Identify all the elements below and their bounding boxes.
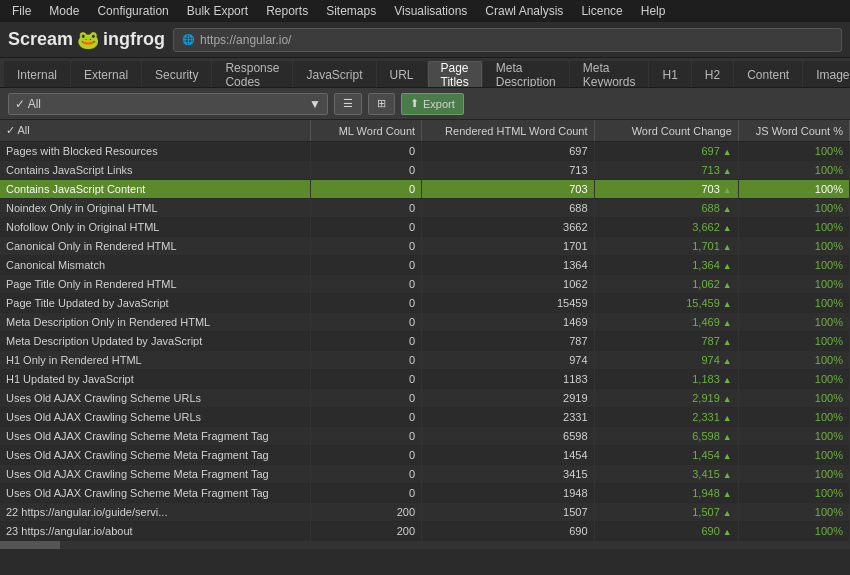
cell-change: 1,454 ▲ xyxy=(594,446,738,465)
col-header-change[interactable]: Word Count Change xyxy=(594,120,738,142)
table-row[interactable]: Meta Description Only in Rendered HTML 0… xyxy=(0,313,850,332)
cell-js: 100% xyxy=(738,313,849,332)
url-bar[interactable]: 🌐 https://angular.io/ xyxy=(173,28,842,52)
menu-file[interactable]: File xyxy=(4,2,39,20)
menu-mode[interactable]: Mode xyxy=(41,2,87,20)
table-row[interactable]: Uses Old AJAX Crawling Scheme URLs 0 291… xyxy=(0,389,850,408)
cell-ml: 0 xyxy=(311,180,422,199)
table-row[interactable]: 23 https://angular.io/about 200 690 690 … xyxy=(0,522,850,541)
table-row[interactable]: Uses Old AJAX Crawling Scheme Meta Fragm… xyxy=(0,465,850,484)
triangle-up-icon: ▲ xyxy=(723,432,732,442)
cell-ml: 0 xyxy=(311,465,422,484)
table-row[interactable]: Uses Old AJAX Crawling Scheme Meta Fragm… xyxy=(0,427,850,446)
cell-name: Canonical Only in Rendered HTML xyxy=(0,237,311,256)
table-row[interactable]: Uses Old AJAX Crawling Scheme Meta Fragm… xyxy=(0,446,850,465)
horizontal-scrollbar[interactable] xyxy=(0,541,850,549)
table-row[interactable]: Contains JavaScript Links 0 713 713 ▲ 10… xyxy=(0,161,850,180)
table-row[interactable]: Pages with Blocked Resources 0 697 697 ▲… xyxy=(0,142,850,161)
cell-name: Contains JavaScript Content xyxy=(0,180,311,199)
cell-rendered: 1454 xyxy=(422,446,594,465)
cell-change: 6,598 ▲ xyxy=(594,427,738,446)
tab-h2[interactable]: H2 xyxy=(692,61,733,87)
menu-visualisations[interactable]: Visualisations xyxy=(386,2,475,20)
cell-rendered: 688 xyxy=(422,199,594,218)
triangle-up-icon: ▲ xyxy=(723,413,732,423)
cell-name: Page Title Only in Rendered HTML xyxy=(0,275,311,294)
tab-security[interactable]: Security xyxy=(142,61,211,87)
table-row[interactable]: H1 Only in Rendered HTML 0 974 974 ▲ 100… xyxy=(0,351,850,370)
tab-page-titles[interactable]: Page Titles xyxy=(428,61,482,87)
data-table: ✓ All ML Word Count Rendered HTML Word C… xyxy=(0,120,850,541)
cell-change: 697 ▲ xyxy=(594,142,738,161)
menu-reports[interactable]: Reports xyxy=(258,2,316,20)
cell-ml: 0 xyxy=(311,256,422,275)
tab-meta-keywords[interactable]: Meta Keywords xyxy=(570,61,649,87)
col-header-js[interactable]: JS Word Count % xyxy=(738,120,849,142)
cell-name: 23 https://angular.io/about xyxy=(0,522,311,541)
tree-view-button[interactable]: ⊞ xyxy=(368,93,395,115)
cell-js: 100% xyxy=(738,199,849,218)
list-view-button[interactable]: ☰ xyxy=(334,93,362,115)
tab-javascript[interactable]: JavaScript xyxy=(293,61,375,87)
cell-name: Contains JavaScript Links xyxy=(0,161,311,180)
data-table-container[interactable]: ✓ All ML Word Count Rendered HTML Word C… xyxy=(0,120,850,575)
cell-js: 100% xyxy=(738,484,849,503)
tab-meta-description[interactable]: Meta Description xyxy=(483,61,569,87)
menu-sitemaps[interactable]: Sitemaps xyxy=(318,2,384,20)
menu-crawl-analysis[interactable]: Crawl Analysis xyxy=(477,2,571,20)
cell-change: 15,459 ▲ xyxy=(594,294,738,313)
triangle-up-icon: ▲ xyxy=(723,204,732,214)
tab-images[interactable]: Images xyxy=(803,61,850,87)
table-row[interactable]: Page Title Updated by JavaScript 0 15459… xyxy=(0,294,850,313)
table-row[interactable]: Uses Old AJAX Crawling Scheme URLs 0 233… xyxy=(0,408,850,427)
list-icon: ☰ xyxy=(343,97,353,110)
cell-name: Uses Old AJAX Crawling Scheme Meta Fragm… xyxy=(0,465,311,484)
table-row[interactable]: H1 Updated by JavaScript 0 1183 1,183 ▲ … xyxy=(0,370,850,389)
menu-configuration[interactable]: Configuration xyxy=(89,2,176,20)
cell-change: 1,183 ▲ xyxy=(594,370,738,389)
cell-change: 3,415 ▲ xyxy=(594,465,738,484)
table-row[interactable]: Page Title Only in Rendered HTML 0 1062 … xyxy=(0,275,850,294)
table-row[interactable]: Nofollow Only in Original HTML 0 3662 3,… xyxy=(0,218,850,237)
url-text: https://angular.io/ xyxy=(200,33,291,47)
cell-rendered: 1183 xyxy=(422,370,594,389)
cell-ml: 0 xyxy=(311,294,422,313)
scrollbar-thumb[interactable] xyxy=(0,541,60,549)
table-row[interactable]: Noindex Only in Original HTML 0 688 688 … xyxy=(0,199,850,218)
table-row[interactable]: Canonical Mismatch 0 1364 1,364 ▲ 100% xyxy=(0,256,850,275)
cell-name: Nofollow Only in Original HTML xyxy=(0,218,311,237)
cell-js: 100% xyxy=(738,370,849,389)
cell-name: 22 https://angular.io/guide/servi... xyxy=(0,503,311,522)
cell-name: Uses Old AJAX Crawling Scheme URLs xyxy=(0,408,311,427)
col-header-name[interactable]: ✓ All xyxy=(0,120,311,142)
table-row[interactable]: Contains JavaScript Content 0 703 703 ▲ … xyxy=(0,180,850,199)
col-header-ml[interactable]: ML Word Count xyxy=(311,120,422,142)
tab-external[interactable]: External xyxy=(71,61,141,87)
cell-rendered: 2919 xyxy=(422,389,594,408)
col-header-rendered[interactable]: Rendered HTML Word Count xyxy=(422,120,594,142)
tab-internal[interactable]: Internal xyxy=(4,61,70,87)
tab-h1[interactable]: H1 xyxy=(649,61,690,87)
toolbar: ✓ All ▼ ☰ ⊞ ⬆ Export xyxy=(0,88,850,120)
filter-select[interactable]: ✓ All ▼ xyxy=(8,93,328,115)
cell-js: 100% xyxy=(738,256,849,275)
cell-rendered: 1948 xyxy=(422,484,594,503)
table-row[interactable]: 22 https://angular.io/guide/servi... 200… xyxy=(0,503,850,522)
triangle-up-icon: ▲ xyxy=(723,242,732,252)
tab-url[interactable]: URL xyxy=(377,61,427,87)
menu-licence[interactable]: Licence xyxy=(573,2,630,20)
table-row[interactable]: Meta Description Updated by JavaScript 0… xyxy=(0,332,850,351)
table-row[interactable]: Canonical Only in Rendered HTML 0 1701 1… xyxy=(0,237,850,256)
menu-help[interactable]: Help xyxy=(633,2,674,20)
export-button[interactable]: ⬆ Export xyxy=(401,93,464,115)
cell-ml: 0 xyxy=(311,237,422,256)
tab-content[interactable]: Content xyxy=(734,61,802,87)
menu-bulk-export[interactable]: Bulk Export xyxy=(179,2,256,20)
cell-change: 3,662 ▲ xyxy=(594,218,738,237)
tab-response-codes[interactable]: Response Codes xyxy=(212,61,292,87)
logo-text-ingfrog: ingfrog xyxy=(103,29,165,50)
table-row[interactable]: Uses Old AJAX Crawling Scheme Meta Fragm… xyxy=(0,484,850,503)
cell-change: 1,507 ▲ xyxy=(594,503,738,522)
triangle-up-icon: ▲ xyxy=(723,337,732,347)
cell-ml: 200 xyxy=(311,522,422,541)
